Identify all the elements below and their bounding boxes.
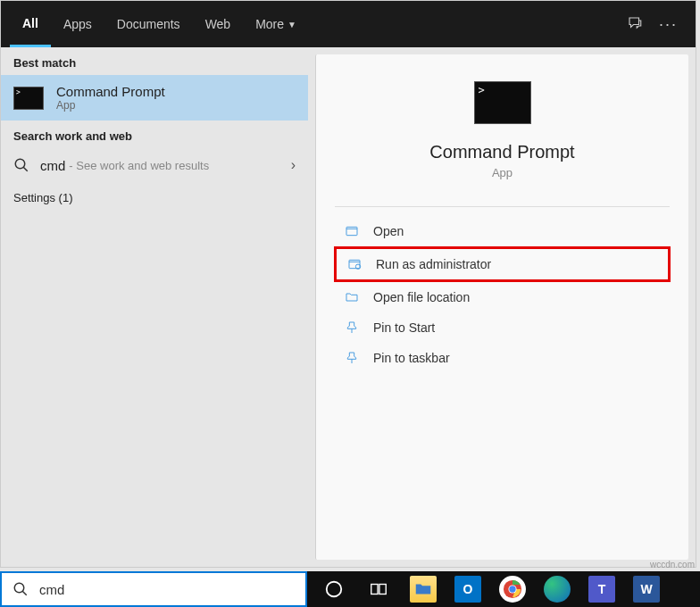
pin-start-icon (343, 320, 361, 335)
start-search-window: All Apps Documents Web More ▼ ··· Best m… (0, 0, 696, 568)
settings-results-row[interactable]: Settings (1) (1, 182, 308, 213)
task-view-button[interactable] (361, 571, 396, 607)
action-pin-to-start[interactable]: Pin to Start (334, 312, 671, 343)
action-open[interactable]: Open (334, 216, 671, 246)
search-scope-tabs: All Apps Documents Web More ▼ ··· (1, 1, 696, 47)
taskbar-outlook[interactable]: O (450, 571, 486, 607)
svg-point-7 (14, 583, 24, 593)
svg-point-0 (15, 159, 25, 169)
command-prompt-icon (13, 87, 44, 110)
details-panel: Command Prompt App Open Run as administr… (315, 54, 688, 560)
svg-rect-11 (379, 585, 386, 595)
app-subtitle: App (492, 166, 512, 179)
result-command-prompt[interactable]: Command Prompt App (1, 75, 308, 121)
search-work-web-header: Search work and web (1, 121, 308, 148)
result-title: Command Prompt (56, 84, 165, 99)
svg-point-9 (327, 582, 342, 597)
search-body: Best match Command Prompt App Search wor… (1, 47, 696, 567)
folder-location-icon (343, 290, 361, 304)
taskbar-file-explorer[interactable] (405, 571, 441, 607)
search-input-bar[interactable] (0, 571, 307, 607)
svg-point-14 (509, 586, 515, 592)
app-title: Command Prompt (429, 142, 574, 162)
search-icon (12, 581, 29, 597)
tab-more[interactable]: More ▼ (243, 1, 309, 47)
action-label: Open (373, 224, 404, 238)
web-query-text: cmd (40, 158, 65, 173)
svg-rect-10 (371, 585, 378, 595)
chevron-down-icon: ▼ (288, 20, 296, 29)
tab-documents[interactable]: Documents (104, 1, 193, 47)
shield-admin-icon (346, 257, 363, 271)
results-panel: Best match Command Prompt App Search wor… (1, 47, 308, 567)
chevron-right-icon: › (291, 157, 296, 173)
action-label: Open file location (373, 290, 470, 304)
tab-more-label: More (255, 17, 284, 31)
action-pin-to-taskbar[interactable]: Pin to taskbar (334, 343, 671, 373)
result-subtitle: App (56, 99, 165, 112)
cortana-button[interactable] (316, 571, 352, 607)
divider (335, 206, 670, 207)
web-search-row[interactable]: cmd - See work and web results › (1, 148, 308, 182)
taskbar-edge[interactable] (539, 571, 575, 607)
svg-line-8 (22, 591, 27, 595)
svg-line-1 (23, 167, 28, 171)
tab-apps[interactable]: Apps (51, 1, 104, 47)
taskbar-teams[interactable]: T (584, 571, 620, 607)
command-prompt-icon-large (474, 81, 531, 124)
action-label: Run as administrator (376, 257, 491, 271)
web-query-hint: - See work and web results (69, 159, 209, 172)
taskbar-chrome[interactable] (495, 571, 530, 607)
taskbar-word[interactable]: W (629, 571, 664, 607)
tab-all[interactable]: All (10, 1, 51, 47)
search-icon (13, 157, 29, 173)
feedback-icon[interactable] (627, 15, 643, 34)
action-open-file-location[interactable]: Open file location (334, 282, 671, 312)
more-options-icon[interactable]: ··· (659, 15, 678, 34)
open-icon (343, 224, 361, 238)
svg-rect-2 (346, 227, 357, 235)
tab-web[interactable]: Web (193, 1, 244, 47)
result-text: Command Prompt App (56, 84, 165, 112)
taskbar: O T W (307, 571, 700, 607)
pin-taskbar-icon (343, 351, 361, 365)
best-match-header: Best match (1, 47, 308, 75)
watermark: wccdn.com (650, 560, 695, 570)
action-label: Pin to taskbar (373, 351, 450, 365)
search-input[interactable] (39, 582, 295, 597)
action-label: Pin to Start (373, 320, 435, 335)
action-run-as-administrator[interactable]: Run as administrator (334, 246, 671, 282)
actions-list: Open Run as administrator Open file loca… (316, 216, 688, 373)
